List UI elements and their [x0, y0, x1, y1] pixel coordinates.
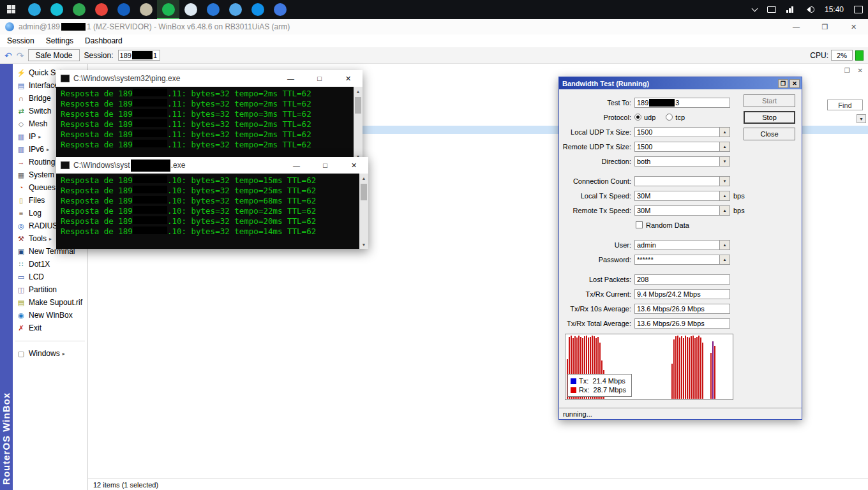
- scroll-thumb[interactable]: [355, 97, 361, 114]
- stop-button[interactable]: Stop: [744, 111, 795, 124]
- scroll-up-icon[interactable]: ▲: [354, 87, 363, 96]
- chrome-icon[interactable]: [90, 0, 112, 19]
- browser-teal-icon[interactable]: [45, 0, 68, 19]
- udp-radio[interactable]: [634, 114, 641, 121]
- connection-count-field[interactable]: [634, 176, 720, 186]
- volume-icon[interactable]: [798, 0, 819, 19]
- taskbar-apps: [23, 0, 291, 19]
- status-bar-text: 12 items (1 selected): [93, 481, 158, 489]
- close-icon[interactable]: ✕: [334, 70, 363, 87]
- spinner-up-icon[interactable]: ▲: [720, 142, 730, 152]
- dropdown-arrow-icon[interactable]: ▼: [720, 156, 730, 167]
- sidebar-item-windows[interactable]: ▢Windows▸: [13, 347, 87, 360]
- maximize-icon[interactable]: □: [311, 157, 340, 174]
- terminal-scrollbar[interactable]: ▲ ▼: [359, 174, 368, 249]
- close-icon[interactable]: ✕: [839, 19, 868, 34]
- notification-icon[interactable]: [849, 0, 868, 19]
- user-field[interactable]: admin: [634, 240, 720, 250]
- remote-udp-field[interactable]: 1500: [634, 142, 720, 152]
- spinner-up-icon[interactable]: ▲: [720, 191, 730, 201]
- tray-chevron-icon[interactable]: [747, 0, 762, 19]
- terminal-titlebar[interactable]: C:\Windows\syst .exe — □ ✕: [56, 157, 368, 174]
- maximize-icon[interactable]: □: [305, 70, 334, 87]
- terminal-scrollbar[interactable]: ▲ ▼: [354, 87, 363, 161]
- sidebar-item-dot1x[interactable]: ∷Dot1X: [13, 258, 87, 271]
- spinner-up-icon[interactable]: ▲: [720, 127, 730, 137]
- network-icon[interactable]: [781, 0, 798, 19]
- spinner-up-icon[interactable]: ▲: [720, 205, 730, 216]
- spotify-icon[interactable]: [157, 0, 179, 19]
- cpu-value: 2%: [831, 50, 853, 61]
- udp-label[interactable]: udp: [644, 114, 655, 121]
- menu-session[interactable]: Session: [1, 34, 40, 47]
- test-to-field[interactable]: 189 3: [634, 98, 730, 108]
- display-icon[interactable]: [762, 0, 781, 19]
- ping-response-line: Resposta de 189.10: bytes=32 tempo=22ms …: [61, 206, 359, 216]
- local-tx-field[interactable]: 30M: [634, 191, 720, 201]
- tx-legend-swatch: [571, 378, 576, 384]
- password-field[interactable]: ******: [634, 255, 720, 265]
- dropdown-arrow-icon[interactable]: ▼: [720, 176, 730, 186]
- close-icon[interactable]: ✕: [789, 79, 800, 88]
- total-avg-row: Tx/Rx Total Average: 13.6 Mbps/26.9 Mbps: [559, 316, 802, 330]
- spinner-up-icon[interactable]: ▲: [720, 240, 730, 250]
- remote-tx-field[interactable]: 30M: [634, 205, 720, 216]
- safe-mode-button[interactable]: Safe Mode: [28, 49, 79, 61]
- total-avg-field: 13.6 Mbps/26.9 Mbps: [634, 318, 730, 329]
- find-button[interactable]: Find: [827, 100, 863, 110]
- menu-settings[interactable]: Settings: [40, 34, 79, 47]
- scroll-thumb[interactable]: [361, 184, 367, 200]
- close-icon[interactable]: ✕: [858, 67, 863, 74]
- random-data-checkbox[interactable]: [636, 221, 643, 228]
- new-terminal-icon: ▣: [17, 248, 26, 256]
- minimize-icon[interactable]: —: [282, 157, 311, 174]
- maximize-icon[interactable]: ❐: [811, 19, 839, 34]
- tcp-label[interactable]: tcp: [675, 114, 685, 121]
- maps-icon[interactable]: [68, 0, 90, 19]
- winbox-toolbar: ↶ ↷ Safe Mode Session: 189 1 CPU: 2%: [0, 47, 868, 64]
- clock[interactable]: 15:40: [819, 0, 849, 19]
- ping-response-line: Resposta de 189.10: bytes=32 tempo=68ms …: [61, 196, 359, 206]
- undo-icon[interactable]: ↶: [4, 51, 12, 60]
- redo-icon[interactable]: ↷: [17, 51, 24, 60]
- scroll-down-icon[interactable]: ▼: [359, 240, 368, 249]
- menu-dashboard[interactable]: Dashboard: [79, 34, 128, 47]
- sidebar-item-new-winbox[interactable]: ◉New WinBox: [13, 309, 87, 322]
- quill-icon[interactable]: [179, 0, 202, 19]
- random-data-label[interactable]: Random Data: [646, 221, 689, 229]
- chart-bar: [687, 337, 688, 399]
- sidebar-item-lcd[interactable]: ▭LCD: [13, 271, 87, 283]
- spinner-up-icon[interactable]: ▲: [720, 255, 730, 265]
- minimize-icon[interactable]: —: [782, 19, 811, 34]
- terminal-titlebar[interactable]: C:\Windows\system32\ping.exe — □ ✕: [56, 70, 363, 87]
- redaction: [133, 130, 167, 137]
- system-tray: 15:40: [747, 0, 868, 19]
- teamviewer-icon[interactable]: [246, 0, 269, 19]
- sidebar-item-partition[interactable]: ◫Partition: [13, 283, 87, 296]
- sidebar-item-exit[interactable]: ✗Exit: [13, 322, 87, 334]
- direction-field[interactable]: both: [634, 156, 720, 167]
- globe-blue-icon[interactable]: [112, 0, 135, 19]
- filter-dropdown[interactable]: ▼: [857, 114, 866, 123]
- star-app-icon[interactable]: [269, 0, 291, 19]
- browser-blue-icon[interactable]: [23, 0, 45, 19]
- start-button[interactable]: Start: [744, 94, 795, 107]
- exit-icon: ✗: [17, 324, 26, 332]
- restore-icon[interactable]: ❐: [844, 67, 850, 74]
- scroll-up-icon[interactable]: ▲: [359, 174, 368, 182]
- tcp-radio[interactable]: [666, 114, 673, 121]
- key-manager-icon[interactable]: [135, 0, 157, 19]
- local-udp-label: Local UDP Tx Size:: [559, 128, 634, 136]
- minimize-icon[interactable]: —: [276, 70, 305, 87]
- session-field[interactable]: 189 1: [118, 50, 160, 61]
- start-button[interactable]: [0, 0, 23, 19]
- close-button[interactable]: Close: [744, 128, 795, 140]
- blue-app-icon[interactable]: [224, 0, 246, 19]
- maximize-icon[interactable]: ❐: [778, 79, 788, 88]
- local-udp-field[interactable]: 1500: [634, 127, 720, 137]
- sidebar-item-make-supout[interactable]: ▤Make Supout.rif: [13, 296, 87, 309]
- dialog-titlebar[interactable]: Bandwidth Test (Running) ❐ ✕: [559, 77, 802, 89]
- close-icon[interactable]: ✕: [340, 157, 368, 174]
- window-app-icon[interactable]: [202, 0, 224, 19]
- ping-response-line: Resposta de 189.10: bytes=32 tempo=14ms …: [61, 226, 359, 237]
